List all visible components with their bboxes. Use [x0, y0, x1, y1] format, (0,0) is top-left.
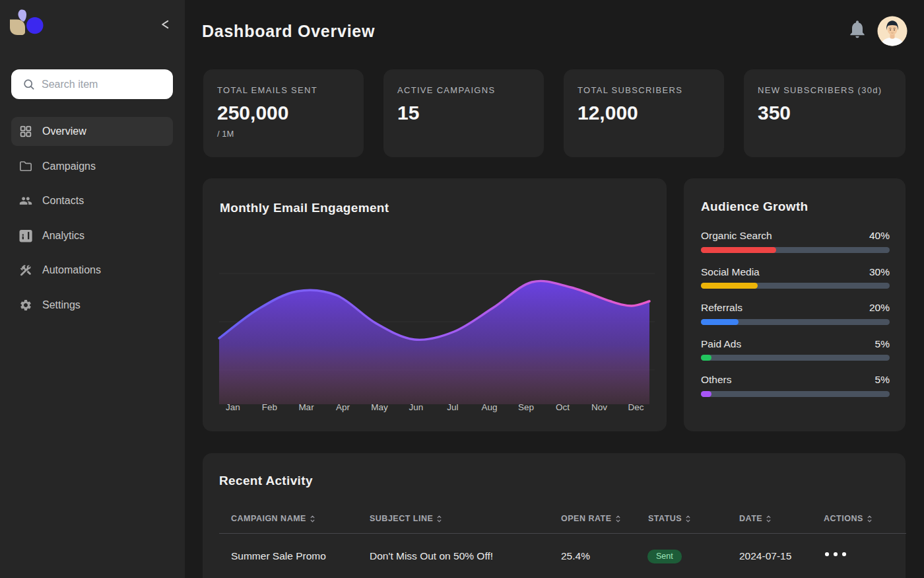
svg-text:Aug: Aug: [481, 402, 497, 412]
svg-text:Jun: Jun: [409, 402, 424, 412]
svg-text:Dec: Dec: [628, 402, 644, 412]
svg-text:Feb: Feb: [262, 402, 277, 412]
svg-text:Jul: Jul: [447, 402, 458, 412]
svg-text:Jan: Jan: [226, 402, 240, 412]
svg-text:May: May: [371, 402, 388, 412]
svg-text:Oct: Oct: [556, 402, 570, 412]
svg-text:Sep: Sep: [518, 402, 534, 412]
svg-text:Nov: Nov: [591, 402, 607, 412]
svg-text:Mar: Mar: [298, 402, 314, 412]
svg-text:Apr: Apr: [336, 402, 350, 412]
